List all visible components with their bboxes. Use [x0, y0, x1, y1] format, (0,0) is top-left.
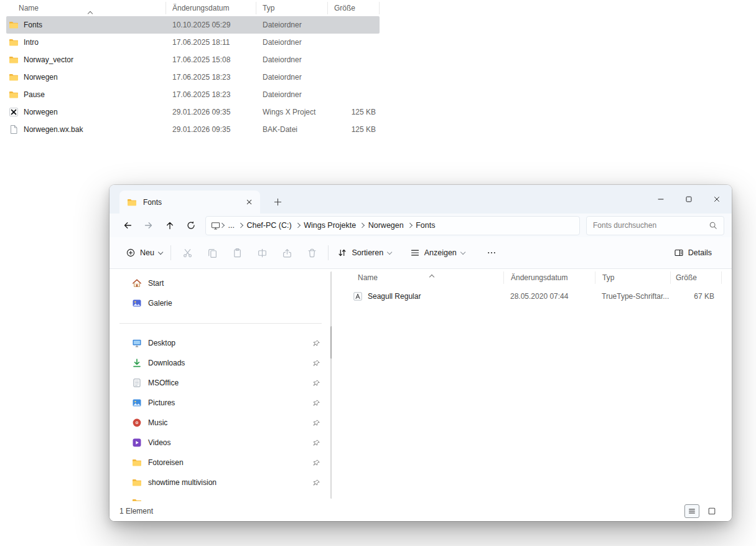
rename-button[interactable]	[250, 242, 274, 264]
separator	[170, 245, 171, 260]
refresh-button[interactable]	[180, 215, 202, 235]
column-header-date[interactable]: Änderungsdatum	[504, 271, 595, 284]
breadcrumb-fonts[interactable]: Fonts	[411, 221, 439, 230]
column-header-type[interactable]: Typ	[595, 271, 671, 284]
new-button[interactable]: Neu	[121, 242, 167, 264]
minimize-button[interactable]	[646, 185, 674, 214]
file-row-fonts[interactable]: Fonts 10.10.2025 05:29 Dateiordner	[6, 16, 380, 34]
sort-ascending-icon	[88, 7, 92, 19]
pin-icon	[312, 399, 320, 407]
tab-close-icon[interactable]	[243, 196, 255, 209]
column-header-name[interactable]: Name	[6, 2, 166, 14]
back-button[interactable]	[117, 215, 138, 235]
breadcrumb-norwegen[interactable]: Norwegen	[364, 221, 408, 230]
wings-x-file-icon	[9, 107, 19, 117]
separator	[328, 245, 329, 260]
file-row-seagull-regular[interactable]: Seagull Regular 28.05.2020 07:44 TrueTyp…	[339, 288, 732, 305]
breadcrumb-wings-projekte[interactable]: Wings Projekte	[299, 221, 360, 230]
downloads-icon	[132, 358, 142, 368]
videos-icon	[132, 438, 142, 448]
column-header-size[interactable]: Größe	[328, 2, 380, 14]
sidebar-item-music[interactable]: Music	[116, 413, 325, 433]
details-pane-icon	[674, 248, 684, 258]
chevron-down-icon	[388, 250, 393, 255]
forward-button[interactable]	[138, 215, 159, 235]
tab-fonts[interactable]: Fonts	[119, 191, 260, 214]
column-header-size[interactable]: Größe	[671, 271, 722, 284]
sidebar-item-downloads[interactable]: Downloads	[116, 353, 325, 373]
column-header-name[interactable]: Name	[339, 271, 504, 284]
pin-icon	[312, 419, 320, 427]
paste-button[interactable]	[225, 242, 250, 264]
folder-icon	[132, 497, 142, 501]
file-list-pane: Name Änderungsdatum Typ Größe Seagull Re…	[332, 269, 732, 501]
status-bar: 1 Element	[110, 501, 732, 521]
close-button[interactable]	[702, 185, 730, 214]
breadcrumb-drive[interactable]: Chef-PC (C:)	[242, 221, 296, 230]
desktop-icon	[132, 338, 142, 348]
command-bar: Neu Sortieren Anzeigen Details	[110, 237, 732, 269]
thumbnail-view-toggle[interactable]	[704, 504, 719, 518]
chevron-down-icon	[460, 250, 465, 255]
pin-icon	[312, 339, 320, 347]
sidebar-item-msoffice[interactable]: MSOffice	[116, 373, 325, 393]
this-pc-icon[interactable]	[211, 221, 220, 230]
sidebar-item-pictures[interactable]: Pictures	[116, 393, 325, 413]
bak-file-icon	[9, 125, 19, 134]
file-explorer-window: Fonts ... Chef-PC (C:) Wings Projekte No…	[110, 185, 732, 521]
column-header-row: Name Änderungsdatum Typ Größe	[6, 0, 380, 16]
folder-icon	[9, 37, 19, 47]
chevron-down-icon	[159, 250, 164, 255]
breadcrumb-overflow[interactable]: ...	[224, 221, 239, 230]
pin-icon	[312, 459, 320, 467]
column-header-date[interactable]: Änderungsdatum	[166, 2, 256, 14]
sidebar-item-galerie[interactable]: Galerie	[116, 293, 325, 313]
file-row-norway-vector[interactable]: Norway_vector 17.06.2025 15:08 Dateiordn…	[6, 51, 380, 68]
music-icon	[132, 418, 142, 428]
cut-button[interactable]	[175, 242, 200, 264]
maximize-button[interactable]	[674, 185, 702, 214]
sidebar-item-fotoreisen[interactable]: Fotoreisen	[116, 453, 325, 473]
folder-icon	[9, 72, 19, 82]
search-input[interactable]	[593, 221, 709, 230]
file-row-norwegen-bak[interactable]: Norwegen.wx.bak 29.01.2026 09:35 BAK-Dat…	[6, 121, 380, 138]
details-view-toggle[interactable]	[684, 504, 699, 518]
gallery-icon	[132, 298, 142, 308]
pin-icon	[312, 359, 320, 367]
tab-title: Fonts	[143, 198, 162, 207]
document-icon	[132, 378, 142, 388]
search-icon[interactable]	[709, 221, 717, 230]
copy-button[interactable]	[200, 242, 225, 264]
sidebar-item-desktop[interactable]: Desktop	[116, 333, 325, 353]
titlebar[interactable]: Fonts	[110, 185, 732, 214]
details-pane-button[interactable]: Details	[669, 242, 717, 264]
sidebar-item-showtime-multivision[interactable]: showtime multivision	[116, 473, 325, 492]
file-row-pause[interactable]: Pause 17.06.2025 18:23 Dateiordner	[6, 86, 380, 103]
folder-icon	[9, 90, 19, 100]
home-icon	[132, 278, 142, 288]
file-row-intro[interactable]: Intro 17.06.2025 18:11 Dateiordner	[6, 34, 380, 51]
new-tab-button[interactable]	[270, 194, 285, 209]
view-button[interactable]: Anzeigen	[405, 242, 470, 264]
folder-icon	[9, 20, 19, 30]
up-button[interactable]	[159, 215, 180, 235]
file-row-norwegen-project[interactable]: Norwegen 29.01.2026 09:35 Wings X Projec…	[6, 103, 380, 121]
sidebar-item-videos[interactable]: Videos	[116, 433, 325, 453]
column-header-type[interactable]: Typ	[256, 2, 328, 14]
address-bar[interactable]: ... Chef-PC (C:) Wings Projekte Norwegen…	[205, 216, 580, 235]
delete-button[interactable]	[299, 242, 324, 264]
more-options-button[interactable]	[479, 242, 504, 264]
sort-ascending-icon	[430, 270, 434, 283]
sidebar-item-start[interactable]: Start	[116, 273, 325, 293]
folder-icon	[132, 458, 142, 468]
sidebar-separator	[110, 313, 332, 333]
folder-icon	[9, 55, 19, 65]
sort-button[interactable]: Sortieren	[332, 242, 396, 264]
file-row-norwegen-folder[interactable]: Norwegen 17.06.2025 18:23 Dateiordner	[6, 68, 380, 86]
sidebar-item-partial[interactable]	[116, 492, 325, 501]
column-header-row: Name Änderungsdatum Typ Größe	[339, 270, 732, 285]
pin-icon	[312, 379, 320, 387]
search-box[interactable]	[586, 216, 724, 235]
share-button[interactable]	[274, 242, 299, 264]
item-count: 1 Element	[119, 507, 153, 515]
